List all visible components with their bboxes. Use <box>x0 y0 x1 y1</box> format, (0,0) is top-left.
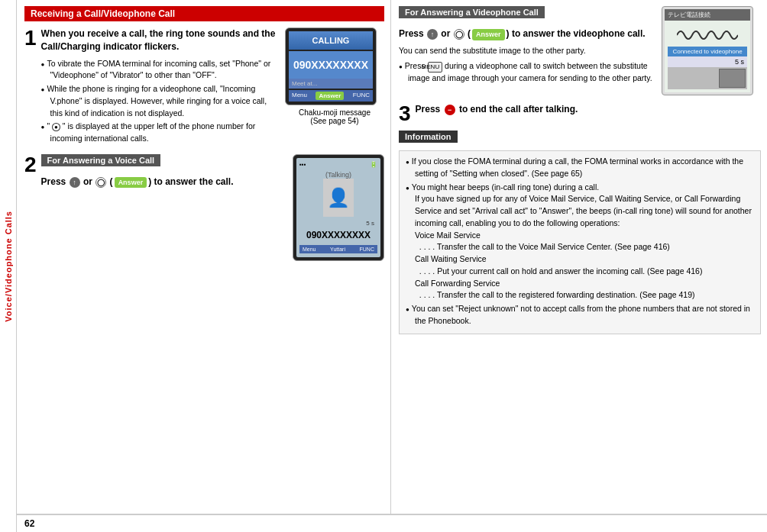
arrow-up-icon: ↑ <box>70 177 80 188</box>
calling-text: CALLING <box>289 31 373 50</box>
left-column: Receiving a Call/Videophone Call 1 When … <box>17 0 391 514</box>
step2-content: For Answering a Voice Call Press ↑ or ◯ … <box>41 154 234 193</box>
menu-left: Menu <box>292 92 307 100</box>
step1-bullet-2: While the phone is ringing for a videoph… <box>41 83 279 119</box>
vphone-body: You can send the substitute image to the… <box>399 45 655 57</box>
info-section: If you close the FOMA terminal during a … <box>399 150 761 334</box>
battery-icon: 🔋 <box>370 161 377 168</box>
step2-area: 2 For Answering a Voice Call Press ↑ or … <box>24 154 384 261</box>
connected-text: Connected to videophone <box>668 47 747 56</box>
person-icon: 👤 <box>327 187 350 208</box>
jp-top-bar: テレビ電話接続 <box>665 9 750 21</box>
right-top: For Answering a Videophone Call Press ↑ … <box>399 6 761 334</box>
step1-area: 1 When you receive a call, the ring tone… <box>24 27 384 147</box>
info-bullet-2: You might hear beeps (in-call ring tone)… <box>406 182 754 302</box>
talking-label: (Talking) <box>299 171 377 179</box>
main-content: Receiving a Call/Videophone Call 1 When … <box>17 0 767 532</box>
func-text2: FUNC <box>360 247 374 252</box>
section-header: Receiving a Call/Videophone Call <box>24 6 384 21</box>
top-section: Receiving a Call/Videophone Call 1 When … <box>17 0 767 514</box>
end-call-btn: − <box>445 105 455 115</box>
jp-phone-image: テレビ電話接続 Connected to videophone 5 s <box>662 6 761 95</box>
jp-timer: 5 s <box>668 56 747 67</box>
talking-phone: ▪▪▪ 🔋 (Talking) 👤 5 s 090XXXXXXXX Menu Y… <box>293 154 384 261</box>
talking-menu-bar: Menu Yuttari FUNC <box>299 245 377 253</box>
step1-bullet-1: To vibrate the FOMA terminal for incomin… <box>41 58 279 82</box>
page-number: 62 <box>24 518 34 529</box>
jp-title-text: テレビ電話接続 <box>668 11 710 19</box>
circle-key2: ◯ <box>454 29 464 40</box>
step1-text: 1 When you receive a call, the ring tone… <box>24 27 279 147</box>
call-time: 5 s <box>299 220 377 227</box>
info-bullet-3: You can set "Reject unknown" not to acce… <box>406 303 754 327</box>
step1-number: 1 <box>24 27 37 49</box>
right-column: For Answering a Videophone Call Press ↑ … <box>391 0 767 514</box>
info-header: Information <box>399 131 458 143</box>
step3-content: Press − to end the call after talking. <box>416 103 578 121</box>
menu-key-icon: MENU <box>428 62 443 73</box>
step2-number: 2 <box>24 154 37 176</box>
func-text: FUNC <box>353 92 370 100</box>
answer-btn: Answer <box>316 92 344 100</box>
vphone-desc: Press ↑ or ◯ (Answer) to answer the vide… <box>399 27 655 40</box>
step2-desc: Press ↑ or ◯ (Answer) to answer the call… <box>41 176 234 189</box>
screen-top: ▪▪▪ 🔋 <box>299 161 377 168</box>
jp-screen: Connected to videophone 5 s <box>665 21 750 92</box>
signal-icons: ▪▪▪ <box>299 161 306 168</box>
answer-inline2: Answer <box>472 29 505 40</box>
step3-number: 3 <box>399 103 411 124</box>
jp-thumbnail <box>719 69 746 88</box>
jp-phone-mockup: テレビ電話接続 Connected to videophone 5 s <box>662 6 753 95</box>
sidebar: Voice/Videophone Calls <box>0 0 17 532</box>
step2-sub-header: For Answering a Voice Call <box>41 154 161 166</box>
right-phone-text: For Answering a Videophone Call Press ↑ … <box>399 6 655 95</box>
vphone-sub-header: For Answering a Videophone Call <box>399 6 545 18</box>
info-bullet-1: If you close the FOMA terminal during a … <box>406 156 754 180</box>
circle-key-icon: ◯ <box>95 177 106 188</box>
right-phone-area: For Answering a Videophone Call Press ↑ … <box>399 6 761 95</box>
step3-desc: Press − to end the call after talking. <box>416 103 578 116</box>
calling-phone: CALLING 090XXXXXXXX Meet at... Menu Answ… <box>285 27 377 105</box>
jp-bottom-bar <box>668 67 747 89</box>
yuttari-text: Yuttari <box>330 247 345 252</box>
step2-text: 2 For Answering a Voice Call Press ↑ or … <box>24 154 286 193</box>
step1-title: When you receive a call, the ring tone s… <box>41 27 279 53</box>
info-wrapper: Information If you close the FOMA termin… <box>399 131 761 334</box>
talking-screen: ▪▪▪ 🔋 (Talking) 👤 5 s 090XXXXXXXX Menu Y… <box>296 158 380 257</box>
step1-bullet-3: " ● " is displayed at the upper left of … <box>41 121 279 145</box>
talking-number: 090XXXXXXXX <box>299 227 377 243</box>
sidebar-label: Voice/Videophone Calls <box>4 211 13 322</box>
step1-phone-image: CALLING 090XXXXXXXX Meet at... Menu Answ… <box>285 27 384 147</box>
answer-inline-btn: Answer <box>115 177 147 189</box>
menu-left2: Menu <box>303 247 316 252</box>
calling-menu-bar: Menu Answer FUNC <box>289 90 373 102</box>
arrow-up-icon2: ↑ <box>427 29 438 40</box>
calling-number: 090XXXXXXXX <box>289 51 373 79</box>
vphone-bullet-1: Press MENU during a videophone call to s… <box>399 60 655 85</box>
chaku-caption: Chaku-moji message(See page 54) <box>285 108 384 125</box>
step3-row: 3 Press − to end the call after talking. <box>399 103 761 124</box>
step1-content: When you receive a call, the ring tone s… <box>41 27 279 147</box>
jp-wave <box>668 24 747 47</box>
footer: 62 <box>17 514 767 532</box>
contact-icon-area: 👤 <box>323 179 354 217</box>
